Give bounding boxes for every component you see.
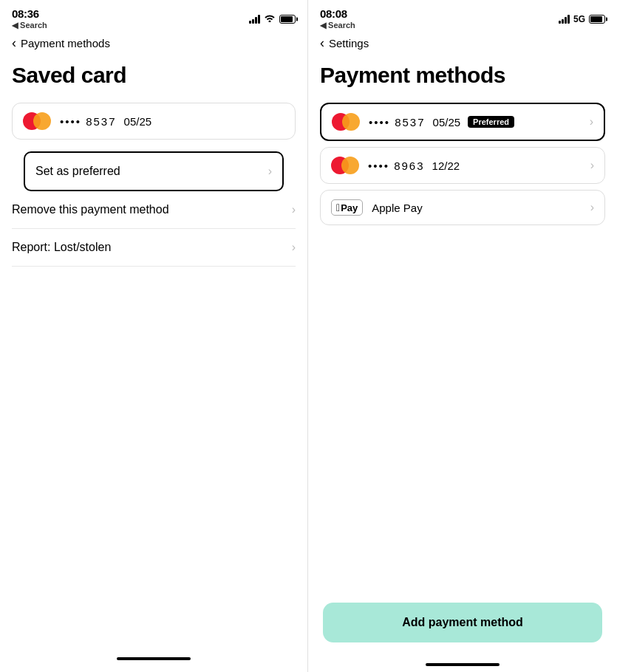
right-home-indicator [426,663,500,666]
right-card-expiry-2: 12/22 [432,160,460,172]
left-menu-list: Set as preferred › Remove this payment m… [12,151,296,267]
mastercard-icon [23,112,51,130]
battery-icon [279,15,296,24]
left-card-expiry: 05/25 [124,115,152,128]
right-card-info-2: •••• 8963 12/22 [368,160,582,172]
set-as-preferred-container[interactable]: Set as preferred › [24,151,284,191]
apple-pay-row[interactable]:  Pay Apple Pay › [320,190,605,225]
right-back-chevron-icon: ‹ [320,36,324,49]
right-panel: 08:08 ◀ Search 5G ‹ Settings Payment met… [308,0,617,672]
right-mastercard-icon-1 [332,113,360,131]
right-nav-title[interactable]: Settings [329,37,369,49]
remove-payment-chevron: › [292,203,296,216]
left-nav-bar[interactable]: ‹ Payment methods [0,33,307,55]
remove-payment-item[interactable]: Remove this payment method › [12,191,296,229]
left-page-title: Saved card [0,55,307,103]
left-panel: 08:36 ◀ Search ‹ Payment methods Saved c… [0,0,308,672]
right-card-dots-1: •••• 8537 [369,116,426,128]
right-status-left: 08:08 ◀ Search [320,7,355,30]
set-as-preferred-item[interactable]: Set as preferred › [25,153,282,190]
right-search-hint: ◀ Search [320,21,355,30]
right-card-row-2[interactable]: •••• 8963 12/22 › [320,147,605,184]
right-time: 08:08 [320,7,355,20]
right-nav-bar[interactable]: ‹ Settings [308,33,617,55]
left-card-info: •••• 8537 05/25 [60,115,284,128]
left-card-row[interactable]: •••• 8537 05/25 [12,103,296,140]
left-time: 08:36 [12,7,47,20]
left-home-indicator [117,657,191,660]
remove-payment-label: Remove this payment method [12,203,169,216]
left-search-hint: ◀ Search [12,21,47,30]
wifi-icon [264,13,276,24]
signal-bars-icon [249,15,260,24]
right-card-dots-2: •••• 8963 [368,160,425,172]
right-status-bar: 08:08 ◀ Search 5G [308,0,617,33]
left-nav-title[interactable]: Payment methods [21,37,110,49]
five-g-label: 5G [573,14,585,24]
report-lost-chevron: › [292,241,296,254]
right-card-chevron-1: › [590,115,593,128]
right-page-title: Payment methods [308,55,617,103]
right-signal-bars-icon [559,15,570,24]
right-card-info-1: •••• 8537 05/25 Preferred [369,116,581,128]
apple-pay-label: Apple Pay [372,202,422,214]
right-card-expiry-1: 05/25 [433,116,461,128]
left-status-left: 08:36 ◀ Search [12,7,47,30]
right-card-chevron-2: › [590,159,594,172]
apple-pay-chevron: › [590,201,594,214]
left-status-icons [249,13,296,24]
apple-pay-icon:  Pay [331,199,363,216]
left-card-dots: •••• 8537 [60,115,117,128]
report-lost-label: Report: Lost/stolen [12,241,111,254]
preferred-badge: Preferred [468,116,514,128]
right-battery-icon [589,15,605,24]
back-chevron-icon: ‹ [12,36,16,49]
left-status-bar: 08:36 ◀ Search [0,0,307,33]
report-lost-item[interactable]: Report: Lost/stolen › [12,229,296,267]
right-status-icons: 5G [559,14,605,24]
set-as-preferred-chevron: › [268,165,272,178]
right-mastercard-icon-2 [331,157,359,174]
right-card-row-preferred[interactable]: •••• 8537 05/25 Preferred › [320,103,605,141]
add-payment-button[interactable]: Add payment method [323,603,602,642]
set-as-preferred-label: Set as preferred [35,165,120,178]
apple-pay-label-container: Apple Pay [372,202,581,214]
